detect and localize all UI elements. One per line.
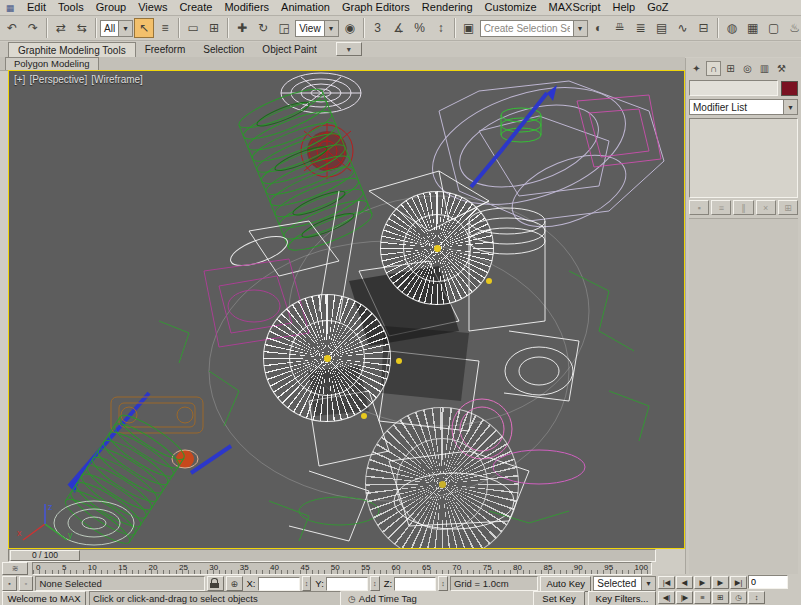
- x-coordinate-field[interactable]: [258, 577, 300, 591]
- ribbon-tab-1[interactable]: Freeform: [136, 42, 195, 57]
- select-object-icon[interactable]: ↖: [134, 18, 154, 38]
- menu-item-0[interactable]: Edit: [21, 0, 52, 15]
- transport-button-4[interactable]: ▶|: [730, 576, 747, 589]
- redo-icon[interactable]: ↷: [23, 18, 43, 38]
- key-mode-dropdown[interactable]: Selected ▾: [593, 576, 656, 591]
- menu-item-6[interactable]: Animation: [275, 0, 336, 15]
- modifier-list-dropdown[interactable]: Modifier List ▾: [689, 99, 798, 115]
- key-filters-button[interactable]: Key Filters...: [588, 591, 656, 605]
- pin-stack-icon[interactable]: ▪: [689, 200, 709, 215]
- command-panel-tab-0[interactable]: ✦: [689, 61, 704, 76]
- ribbon-tab-3[interactable]: Object Paint: [253, 42, 325, 57]
- menu-item-9[interactable]: Customize: [479, 0, 543, 15]
- frame-spinner[interactable]: ↕: [748, 591, 765, 604]
- render-production-icon[interactable]: ♨: [785, 18, 801, 38]
- time-configuration-icon[interactable]: ◷: [730, 591, 747, 604]
- command-panel-tab-5[interactable]: ⚒: [774, 61, 789, 76]
- macro-recorder-icon[interactable]: ▫: [19, 576, 34, 591]
- material-editor-icon[interactable]: ◍: [722, 18, 742, 38]
- named-selection-set-combo[interactable]: ▾: [480, 20, 588, 37]
- render-setup-icon[interactable]: ▦: [743, 18, 763, 38]
- object-color-swatch[interactable]: [781, 81, 798, 96]
- app-icon[interactable]: ▦: [3, 2, 17, 14]
- curve-editor-icon[interactable]: ∿: [673, 18, 693, 38]
- menu-item-12[interactable]: GoZ: [641, 0, 674, 15]
- selection-filter-dropdown[interactable]: All ▾: [100, 20, 133, 37]
- transport-button-0[interactable]: |◀: [658, 576, 675, 589]
- make-unique-icon[interactable]: ∥: [733, 200, 753, 215]
- ribbon-options-icon[interactable]: ▾: [336, 42, 362, 56]
- x-spinner[interactable]: ↕: [302, 576, 312, 591]
- ribbon-tab-0[interactable]: Graphite Modeling Tools: [8, 42, 136, 57]
- reference-coordinate-dropdown[interactable]: View ▾: [295, 20, 339, 37]
- z-coordinate-field[interactable]: [394, 577, 436, 591]
- menu-item-5[interactable]: Modifiers: [218, 0, 275, 15]
- time-slider-handle[interactable]: 0 / 100: [10, 550, 80, 561]
- mirror-icon[interactable]: ◐: [589, 18, 609, 38]
- menu-item-4[interactable]: Create: [173, 0, 218, 15]
- command-panel-tab-3[interactable]: ◎: [740, 61, 755, 76]
- menu-item-11[interactable]: Help: [607, 0, 642, 15]
- time-slider-track[interactable]: 0 / 100: [8, 549, 656, 562]
- add-time-tag[interactable]: ◷ Add Time Tag: [348, 593, 417, 604]
- ribbon-toggle-icon[interactable]: ▤: [652, 18, 672, 38]
- rendered-frame-window-icon[interactable]: ▢: [764, 18, 784, 38]
- timeline-ruler[interactable]: 0510152025303540455055606570758085909510…: [32, 562, 652, 575]
- angle-snap-icon[interactable]: ∡: [389, 18, 409, 38]
- z-spinner[interactable]: ↕: [438, 576, 448, 591]
- unlink-selection-icon[interactable]: ⇆: [72, 18, 92, 38]
- object-name-field[interactable]: [689, 80, 778, 96]
- transport-button-3[interactable]: ▶: [712, 576, 729, 589]
- perspective-viewport[interactable]: [+] [Perspective] [Wireframe] x y z: [8, 70, 685, 549]
- show-end-result-icon[interactable]: ≡: [711, 200, 731, 215]
- select-and-link-icon[interactable]: ⇄: [51, 18, 71, 38]
- menu-item-7[interactable]: Graph Editors: [336, 0, 416, 15]
- layer-manager-icon[interactable]: ≣: [631, 18, 651, 38]
- y-spinner[interactable]: ↕: [370, 576, 380, 591]
- menu-item-3[interactable]: Views: [132, 0, 173, 15]
- remove-modifier-icon[interactable]: ×: [756, 200, 776, 215]
- edit-named-sets-icon[interactable]: ▣: [459, 18, 479, 38]
- transport-button-1[interactable]: ◀: [676, 576, 693, 589]
- ribbon-tab-2[interactable]: Selection: [194, 42, 253, 57]
- transport-button-2[interactable]: ▶: [694, 576, 711, 589]
- window-crossing-icon[interactable]: ⊞: [204, 18, 224, 38]
- absolute-offset-mode-icon[interactable]: ⊕: [226, 576, 243, 591]
- key-step-button-2[interactable]: ≡: [694, 591, 711, 604]
- configure-modifier-sets-icon[interactable]: ⊞: [778, 200, 798, 215]
- auto-key-button[interactable]: Auto Key: [540, 576, 591, 592]
- selection-lock-icon[interactable]: [207, 576, 224, 591]
- selection-region-icon[interactable]: ▭: [183, 18, 203, 38]
- spinner-snap-icon[interactable]: ↕: [431, 18, 451, 38]
- named-selection-set-input[interactable]: [481, 23, 573, 34]
- polygon-modeling-tab[interactable]: Polygon Modeling: [5, 57, 99, 70]
- select-by-name-icon[interactable]: ≡: [155, 18, 175, 38]
- align-icon[interactable]: ≞: [610, 18, 630, 38]
- key-step-button-3[interactable]: ⊞: [712, 591, 729, 604]
- welcome-to-max-button[interactable]: Welcome to MAX: [2, 591, 86, 605]
- menu-item-1[interactable]: Tools: [52, 0, 90, 15]
- percent-snap-icon[interactable]: %: [410, 18, 430, 38]
- modifier-stack[interactable]: [689, 118, 798, 198]
- command-panel-tab-4[interactable]: ▥: [757, 61, 772, 76]
- viewport-shading-menu[interactable]: [Wireframe]: [91, 74, 143, 85]
- select-and-scale-icon[interactable]: ◲: [274, 18, 294, 38]
- menu-item-8[interactable]: Rendering: [416, 0, 479, 15]
- viewport-general-menu[interactable]: [+]: [14, 74, 25, 85]
- set-key-button[interactable]: Set Key: [533, 591, 585, 605]
- use-pivot-center-icon[interactable]: ◉: [340, 18, 360, 38]
- command-panel-tab-2[interactable]: ⊞: [723, 61, 738, 76]
- schematic-view-icon[interactable]: ⊟: [694, 18, 714, 38]
- menu-item-10[interactable]: MAXScript: [543, 0, 607, 15]
- select-and-move-icon[interactable]: ✚: [232, 18, 252, 38]
- key-step-button-1[interactable]: |▶: [676, 591, 693, 604]
- snap-toggle-3d-icon[interactable]: 3: [368, 18, 388, 38]
- command-panel-tab-1[interactable]: ∩: [706, 61, 721, 76]
- current-frame-field[interactable]: [748, 575, 788, 589]
- select-and-rotate-icon[interactable]: ↻: [253, 18, 273, 38]
- y-coordinate-field[interactable]: [326, 577, 368, 591]
- key-step-button-0[interactable]: ◀|: [658, 591, 675, 604]
- menu-item-2[interactable]: Group: [90, 0, 133, 15]
- track-bar-toggle[interactable]: ≋: [2, 562, 28, 575]
- mini-listener-icon[interactable]: ▪: [2, 576, 17, 591]
